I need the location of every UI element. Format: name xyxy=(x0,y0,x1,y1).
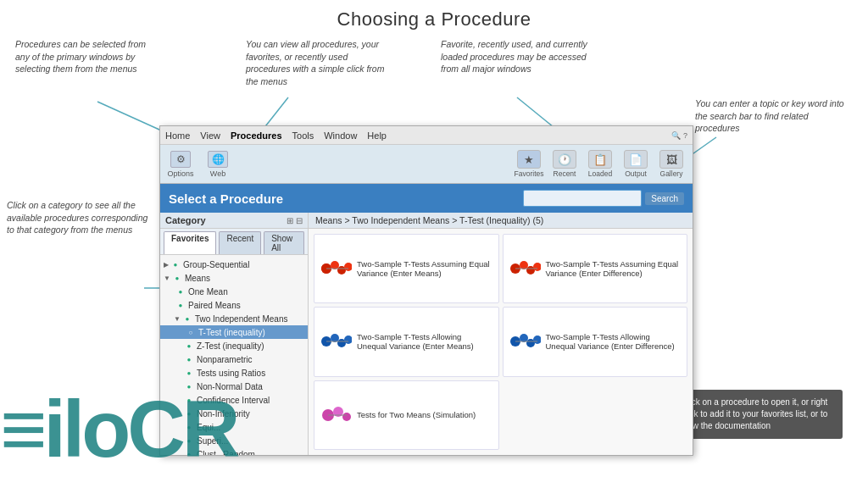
tree-group-sequential[interactable]: ▶ ● Group-Sequential xyxy=(160,258,308,271)
tree-paired-means[interactable]: ● Paired Means xyxy=(160,298,308,312)
gallery-icon: 🖼 xyxy=(659,150,683,169)
tree-nonparametric[interactable]: ● Nonparametric xyxy=(160,352,308,366)
header-bar: Select a Procedure Search xyxy=(160,184,693,213)
superi-icon: ● xyxy=(184,435,194,446)
proc-item-3[interactable]: Two-Sample T-Tests Allowing Unequal Vari… xyxy=(314,307,499,376)
output-icon: 📄 xyxy=(624,150,648,169)
recent-btn[interactable]: 🕐 Recent xyxy=(548,150,581,178)
expand-icon: ▼ xyxy=(164,274,170,282)
category-panel: Category ⊞ ⊟ Favorites Recent Show All ▶… xyxy=(160,213,309,455)
content-area: Select a Procedure Search Category ⊞ ⊟ F… xyxy=(160,184,693,455)
category-tabs: Favorites Recent Show All xyxy=(160,229,308,255)
tree-clust[interactable]: ● Clust...Random... xyxy=(160,447,308,455)
menu-window[interactable]: Window xyxy=(324,130,357,141)
tree-label: Nonparametric xyxy=(197,355,253,364)
clust-icon: ● xyxy=(184,449,194,455)
tab-favorites[interactable]: Favorites xyxy=(164,231,216,254)
proc-label-3: Two-Sample T-Tests Allowing Unequal Vari… xyxy=(357,332,493,351)
equi-icon: ● xyxy=(184,422,194,432)
menu-help[interactable]: Help xyxy=(367,130,387,141)
category-tree: ▶ ● Group-Sequential ▼ ● Means ● One Mea… xyxy=(160,255,308,455)
annotation-3: Favorite, recently used, and currently l… xyxy=(441,38,593,75)
tree-one-mean[interactable]: ● One Mean xyxy=(160,285,308,298)
ratios-icon: ● xyxy=(184,368,194,378)
expand-icon: ▶ xyxy=(164,261,169,269)
web-label: Web xyxy=(210,169,225,178)
search-input[interactable] xyxy=(523,190,642,207)
tree-label: Superi... xyxy=(197,436,228,446)
procedures-breadcrumb: Means > Two Independent Means > T-Test (… xyxy=(309,213,693,229)
toolbar-web-btn[interactable]: 🌐 Web xyxy=(203,151,233,178)
group-seq-icon: ● xyxy=(170,259,181,269)
tree-label: T-Test (inequality) xyxy=(198,328,265,337)
breadcrumb-text: Means > Two Independent Means > T-Test (… xyxy=(315,215,543,225)
annotation-2: You can view all procedures, your favori… xyxy=(246,38,390,88)
means-icon: ● xyxy=(172,273,182,283)
procedures-panel: Means > Two Independent Means > T-Test (… xyxy=(309,213,693,455)
category-header: Category ⊞ ⊟ xyxy=(160,213,308,229)
tree-equi[interactable]: ● Equi... xyxy=(160,420,308,434)
tree-label: Tests using Ratios xyxy=(197,369,265,378)
annotation-4: You can enter a topic or key word into t… xyxy=(695,97,848,135)
toolbar-options-btn[interactable]: ⚙ Options xyxy=(165,151,196,178)
tree-label: Paired Means xyxy=(188,301,241,310)
tree-noninferiority[interactable]: ● Non-Inferiority xyxy=(160,407,308,420)
toolbar-right: ★ Favorites 🕐 Recent 📋 Loaded 📄 Output 🖼… xyxy=(513,150,687,178)
tab-recent[interactable]: Recent xyxy=(219,231,261,254)
ztest-icon: ● xyxy=(184,341,194,351)
favorites-btn[interactable]: ★ Favorites xyxy=(513,150,545,178)
confint-icon: ● xyxy=(184,395,194,405)
tree-label: One Mean xyxy=(188,287,228,297)
tree-label: Z-Test (inequality) xyxy=(197,341,264,351)
procedures-grid: Two-Sample T-Tests Assuming Equal Varian… xyxy=(309,229,693,455)
proc-item-1[interactable]: Two-Sample T-Tests Assuming Equal Varian… xyxy=(314,234,499,303)
gallery-btn[interactable]: 🖼 Gallery xyxy=(655,150,687,178)
tree-ztest[interactable]: ● Z-Test (inequality) xyxy=(160,339,308,352)
nonparam-icon: ● xyxy=(184,354,194,364)
annotation-5: Click on a category to see all the avail… xyxy=(7,199,151,236)
tree-ratios[interactable]: ● Tests using Ratios xyxy=(160,366,308,380)
category-title: Category xyxy=(165,215,206,225)
tree-nonnormal[interactable]: ● Non-Normal Data xyxy=(160,380,308,393)
annotation-1: Procedures can be selected from any of t… xyxy=(15,38,151,75)
menu-view[interactable]: View xyxy=(200,130,220,141)
tree-label: Non-Normal Data xyxy=(197,382,263,391)
menu-tools[interactable]: Tools xyxy=(292,130,314,141)
page-title: Choosing a Procedure xyxy=(0,0,868,30)
two-indep-icon: ● xyxy=(182,313,192,324)
proc-icon-1 xyxy=(320,257,352,280)
menu-bar: Home View Procedures Tools Window Help 🔍… xyxy=(160,126,693,145)
output-label: Output xyxy=(625,169,647,178)
proc-icon-4 xyxy=(509,330,541,353)
toolbar-search-small: 🔍 ? xyxy=(671,131,687,140)
dialog-title: Select a Procedure xyxy=(169,191,515,206)
expand-icon: ▼ xyxy=(174,315,181,323)
tree-confint[interactable]: ● Confidence Interval xyxy=(160,393,308,407)
loaded-icon: 📋 xyxy=(588,150,612,169)
one-mean-icon: ● xyxy=(175,286,186,297)
proc-label-5: Tests for Two Means (Simulation) xyxy=(357,410,476,419)
proc-icon-2 xyxy=(509,257,541,280)
svg-point-29 xyxy=(342,413,351,421)
proc-item-2[interactable]: Two-Sample T-Tests Assuming Equal Varian… xyxy=(503,234,688,303)
search-button[interactable]: Search xyxy=(645,192,684,205)
noninf-icon: ● xyxy=(184,408,194,419)
proc-item-4[interactable]: Two-Sample T-Tests Allowing Unequal Vari… xyxy=(503,307,688,376)
tree-two-indep-means[interactable]: ▼ ● Two Independent Means xyxy=(160,312,308,325)
proc-label-2: Two-Sample T-Tests Assuming Equal Varian… xyxy=(546,259,682,278)
panels: Category ⊞ ⊟ Favorites Recent Show All ▶… xyxy=(160,213,693,455)
output-btn[interactable]: 📄 Output xyxy=(620,150,652,178)
tree-superi[interactable]: ● Superi... xyxy=(160,434,308,447)
tree-label: Confidence Interval xyxy=(197,396,270,405)
proc-label-4: Two-Sample T-Tests Allowing Unequal Vari… xyxy=(546,332,682,351)
menu-procedures[interactable]: Procedures xyxy=(231,130,282,141)
favorites-icon: ★ xyxy=(517,150,541,169)
tree-means[interactable]: ▼ ● Means xyxy=(160,271,308,285)
menu-home[interactable]: Home xyxy=(165,130,190,141)
tree-ttest-inequality[interactable]: ○ T-Test (inequality) xyxy=(160,325,308,339)
tab-show-all[interactable]: Show All xyxy=(264,231,304,254)
loaded-label: Loaded xyxy=(588,169,612,178)
loaded-btn[interactable]: 📋 Loaded xyxy=(584,150,616,178)
search-box: Search xyxy=(523,190,684,207)
proc-item-5[interactable]: Tests for Two Means (Simulation) xyxy=(314,380,499,450)
